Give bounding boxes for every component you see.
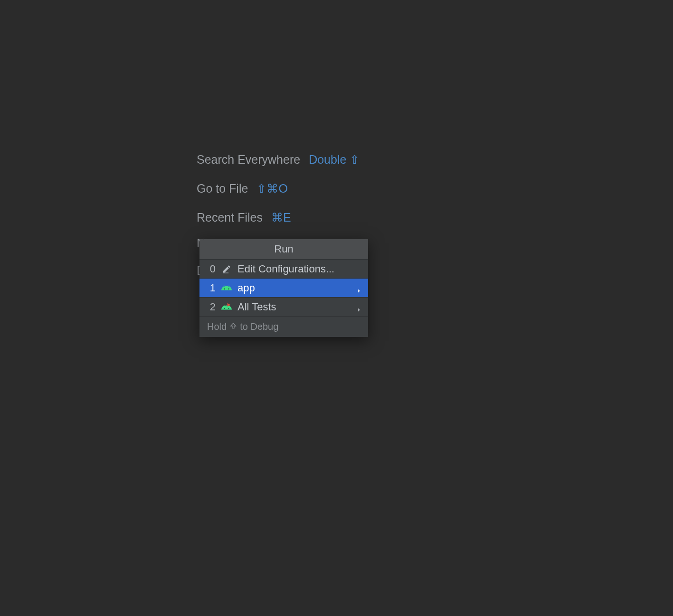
svg-rect-0 [223,272,229,273]
android-icon [221,283,232,293]
editor-shortcut-hints: Search Everywhere Double ⇧ Go to File ⇧⌘… [197,153,360,224]
pencil-icon [221,264,232,274]
run-item-index: 0 [205,263,216,275]
svg-point-4 [228,308,229,308]
run-item-label: Edit Configurations... [237,263,362,275]
shift-icon [229,321,237,332]
footer-text-pre: Hold [207,321,227,332]
hint-recent-files: Recent Files ⌘E [197,211,360,224]
hint-search-everywhere: Search Everywhere Double ⇧ [197,153,360,167]
run-item-all-tests[interactable]: 2 All Tests [199,297,368,316]
run-item-app[interactable]: 1 app [199,278,368,297]
run-popup-footer: Hold to Debug [199,316,368,337]
run-item-label: app [237,282,350,294]
android-test-icon [221,302,232,312]
run-item-label: All Tests [237,301,350,313]
footer-text-post: to Debug [240,321,278,332]
run-popup: Run 0 Edit Configurations... 1 app 2 [199,239,368,337]
chevron-right-icon [356,285,362,291]
hint-label: Search Everywhere [197,153,300,167]
run-item-edit-configurations[interactable]: 0 Edit Configurations... [199,259,368,278]
run-item-index: 1 [205,282,216,294]
hint-shortcut: ⇧⌘O [256,182,287,196]
run-popup-title: Run [199,239,368,259]
svg-point-3 [224,308,225,308]
run-item-index: 2 [205,301,216,313]
svg-point-1 [224,288,225,289]
hint-label: Recent Files [197,211,263,224]
hint-shortcut: ⌘E [271,211,291,224]
chevron-right-icon [356,304,362,310]
hint-label: Go to File [197,182,248,196]
svg-point-2 [228,288,229,289]
hint-go-to-file: Go to File ⇧⌘O [197,182,360,196]
hint-shortcut: Double ⇧ [309,153,360,167]
